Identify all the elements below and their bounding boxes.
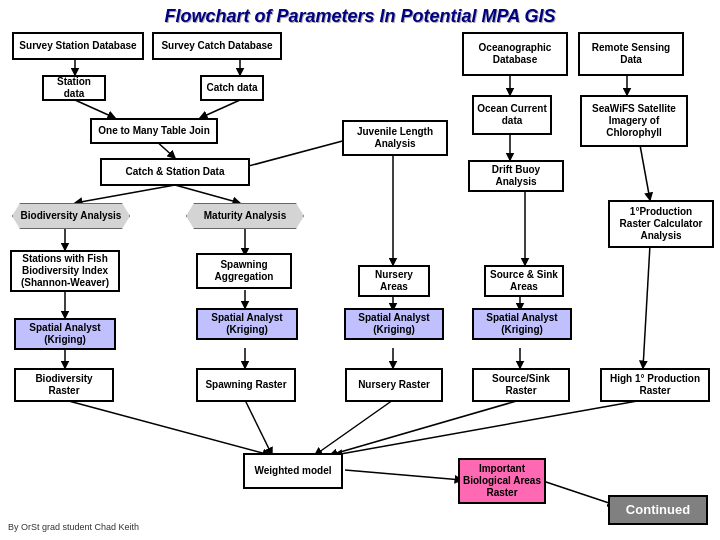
high-production-raster: High 1° Production Raster: [600, 368, 710, 402]
important-biological: Important Biological Areas Raster: [458, 458, 546, 504]
seawifs: SeaWiFS Satellite Imagery of Chlorophyll: [580, 95, 688, 147]
spatial-analyst-3: Spatial Analyst (Kriging): [344, 308, 444, 340]
svg-line-6: [175, 185, 240, 203]
source-sink-areas: Source & Sink Areas: [484, 265, 564, 297]
drift-buoy: Drift Buoy Analysis: [468, 160, 564, 192]
page-title: Flowchart of Parameters In Potential MPA…: [0, 0, 720, 31]
survey-station-db: Survey Station Database: [12, 32, 144, 60]
maturity-analysis: Maturity Analysis: [186, 203, 304, 229]
svg-line-26: [245, 400, 272, 455]
spatial-analyst-2: Spatial Analyst (Kriging): [196, 308, 298, 340]
survey-catch-db: Survey Catch Database: [152, 32, 282, 60]
source-sink-raster: Source/Sink Raster: [472, 368, 570, 402]
biodiversity-raster: Biodiversity Raster: [14, 368, 114, 402]
svg-line-5: [75, 185, 175, 203]
svg-line-30: [345, 470, 462, 480]
catch-station-data: Catch & Station Data: [100, 158, 250, 186]
svg-line-24: [643, 245, 650, 368]
ocean-current: Ocean Current data: [472, 95, 552, 135]
svg-line-22: [640, 145, 650, 200]
biodiversity-analysis: Biodiversity Analysis: [12, 203, 130, 229]
production-raster-calc: 1°Production Raster Calculator Analysis: [608, 200, 714, 248]
spawning-raster: Spawning Raster: [196, 368, 296, 402]
juvenile-length: Juvenile Length Analysis: [342, 120, 448, 156]
svg-line-28: [330, 400, 520, 455]
remote-sensing: Remote Sensing Data: [578, 32, 684, 76]
continued-box: Continued: [608, 495, 708, 525]
oceanographic-db: Oceanographic Database: [462, 32, 568, 76]
spawning-aggregation: Spawning Aggregation: [196, 253, 292, 289]
svg-line-29: [335, 400, 643, 455]
spatial-analyst-1: Spatial Analyst (Kriging): [14, 318, 116, 350]
station-data: Station data: [42, 75, 106, 101]
footer-text: By OrSt grad student Chad Keith: [8, 522, 139, 532]
stations-fish: Stations with Fish Biodiversity Index (S…: [10, 250, 120, 292]
svg-line-3: [200, 100, 240, 118]
svg-line-25: [65, 400, 270, 455]
svg-line-2: [75, 100, 115, 118]
one-to-many: One to Many Table Join: [90, 118, 218, 144]
nursery-areas: Nursery Areas: [358, 265, 430, 297]
svg-line-27: [315, 400, 393, 455]
weighted-model: Weighted model: [243, 453, 343, 489]
nursery-raster: Nursery Raster: [345, 368, 443, 402]
spatial-analyst-4: Spatial Analyst (Kriging): [472, 308, 572, 340]
svg-line-31: [540, 480, 615, 505]
catch-data: Catch data: [200, 75, 264, 101]
